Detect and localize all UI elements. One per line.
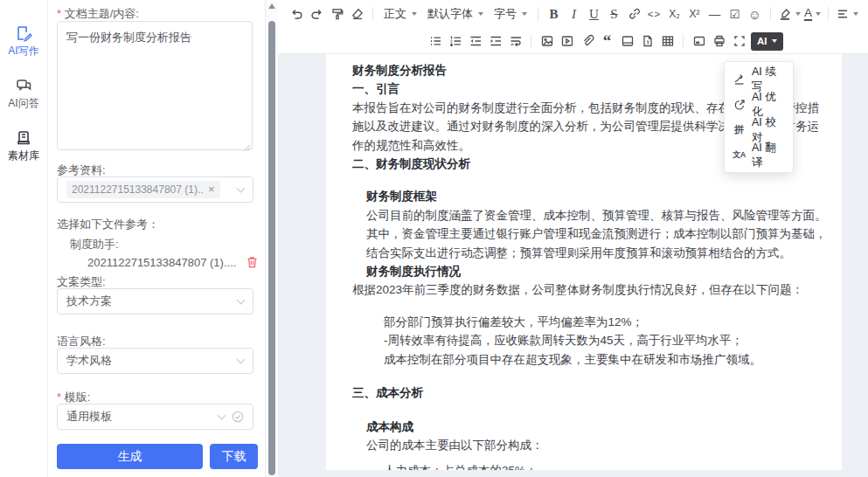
font-size-select[interactable]: 字号: [489, 3, 532, 24]
file-reference-label: 选择如下文件参考：: [57, 217, 159, 232]
underline-icon[interactable]: U: [584, 3, 604, 24]
ai-qa-icon: [15, 77, 32, 94]
table-icon[interactable]: [657, 31, 677, 52]
paragraph-style-select[interactable]: 正文: [378, 3, 422, 24]
ai-dropdown-button[interactable]: AI: [751, 32, 783, 51]
outdent-icon[interactable]: [465, 31, 485, 52]
strikethrough-icon[interactable]: S: [604, 3, 624, 24]
menu-item-ai-optimize[interactable]: AI 优化: [725, 92, 793, 117]
language-style-value: 学术风格: [66, 353, 238, 369]
doc-type-value: 技术方案: [66, 294, 238, 309]
divider: [828, 7, 829, 21]
doc-line: 公司目前的制度涵盖了资金管理、成本控制、预算管理、核算与报告、风险管理等方面。: [352, 206, 819, 225]
template-value: 通用模板: [66, 409, 219, 425]
doc-list-item: -周转效率有待提高，应收账款周转天数为45天，高于行业平均水平；: [352, 331, 819, 349]
attachment-icon[interactable]: [577, 31, 597, 52]
link-icon[interactable]: [624, 3, 644, 24]
sidebar-item-material-library[interactable]: 素材库: [0, 129, 47, 163]
undo-icon[interactable]: [287, 3, 307, 24]
scroll-up-arrow-icon[interactable]: [268, 3, 275, 9]
ordered-list-icon[interactable]: [445, 31, 465, 52]
doc-list-item: 部分部门预算执行偏差较大，平均偏差率为12%；: [352, 313, 819, 331]
sidebar-item-label: 素材库: [0, 149, 47, 163]
print-icon[interactable]: [709, 31, 729, 52]
sidebar-item-ai-writing[interactable]: AI写作: [0, 24, 47, 59]
topic-label: 文档主题/内容:: [57, 6, 139, 22]
doc-type-select[interactable]: 技术方案: [57, 288, 253, 315]
ai-button-label: AI: [757, 36, 767, 46]
italic-icon[interactable]: I: [564, 3, 584, 24]
embed-icon[interactable]: [689, 31, 709, 52]
subscript-icon[interactable]: X₂: [664, 3, 684, 24]
divider: [372, 7, 373, 21]
divider: [538, 7, 538, 21]
eraser-icon[interactable]: [347, 3, 367, 24]
template-select[interactable]: 通用模板: [57, 404, 253, 430]
align-icon[interactable]: [834, 3, 860, 24]
ai-continue-icon: [733, 73, 746, 86]
superscript-icon[interactable]: X²: [684, 3, 705, 24]
download-button[interactable]: 下载: [210, 444, 258, 469]
menu-item-ai-translate[interactable]: 文A AI 翻译: [725, 142, 793, 168]
caret-down-icon: [522, 12, 527, 16]
topic-textarea[interactable]: 写一份财务制度分析报告: [57, 21, 253, 150]
ai-optimize-icon: [733, 98, 746, 111]
inline-code-icon[interactable]: <>: [644, 3, 664, 24]
divider: [531, 34, 531, 48]
paragraph-style-value: 正文: [384, 6, 406, 22]
generation-form-panel: 文档主题/内容: 写一份财务制度分析报告 参考资料: 2021122715133…: [48, 0, 265, 477]
doc-line: 公司的成本主要由以下部分构成：: [352, 436, 819, 454]
text-wrap-icon[interactable]: [505, 31, 525, 52]
toolbar-row-1: 正文 默认字体 字号 B I U S <> X₂ X² — ☑: [278, 0, 868, 28]
redo-icon[interactable]: [307, 3, 327, 24]
delete-file-icon[interactable]: [246, 255, 259, 269]
indent-icon[interactable]: [485, 31, 505, 52]
emoji-icon[interactable]: ☺: [745, 3, 765, 24]
caret-down-icon: [412, 12, 417, 16]
left-nav-rail: AI写作 AI问答 素材库: [0, 0, 48, 477]
reference-select[interactable]: 2021122715133847807 (1).... ×: [57, 176, 253, 203]
sidebar-item-label: AI问答: [0, 96, 47, 111]
tag-close-icon[interactable]: ×: [208, 185, 215, 194]
format-painter-icon[interactable]: [327, 3, 347, 24]
font-family-select[interactable]: 默认字体: [422, 3, 489, 24]
bold-icon[interactable]: B: [544, 3, 564, 24]
page-break-icon[interactable]: [637, 31, 657, 52]
font-family-value: 默认字体: [427, 6, 473, 22]
ai-dropdown-menu: AI 续写 AI 优化 拼 AI 校对 文A AI 翻译: [724, 61, 794, 173]
menu-item-ai-proofread[interactable]: 拼 AI 校对: [725, 117, 793, 142]
language-style-select[interactable]: 学术风格: [57, 348, 253, 374]
sidebar-item-label: AI写作: [0, 44, 47, 59]
sidebar-item-ai-qa[interactable]: AI问答: [0, 77, 47, 111]
generate-button[interactable]: 生成: [57, 444, 203, 469]
font-size-value: 字号: [494, 6, 517, 22]
doc-subheading: 成本构成: [352, 418, 819, 436]
menu-item-ai-continue[interactable]: AI 续写: [725, 66, 793, 92]
font-color-letter: A: [804, 7, 812, 21]
horizontal-rule-icon[interactable]: —: [705, 3, 725, 24]
check-circle-icon: [232, 411, 244, 423]
form-scrollbar[interactable]: [265, 0, 278, 477]
scrollbar-thumb[interactable]: [268, 21, 275, 475]
assistant-label: 制度助手:: [70, 237, 119, 252]
highlight-color-icon[interactable]: [776, 3, 802, 24]
caret-down-icon: [853, 12, 858, 16]
bullet-list-icon[interactable]: [425, 31, 445, 52]
code-block-icon[interactable]: [617, 31, 637, 52]
doc-line: 根据2023年前三季度的财务数据，公司整体财务制度执行情况良好，但存在以下问题：: [352, 280, 819, 299]
fullscreen-icon[interactable]: [729, 31, 749, 52]
chevron-down-icon: [237, 295, 246, 304]
blockquote-icon[interactable]: “: [597, 31, 617, 52]
material-library-icon: [15, 129, 32, 147]
chevron-down-icon: [218, 411, 226, 419]
ai-writing-icon: [15, 24, 32, 42]
toolbar-row-2: “: [278, 28, 868, 54]
caret-down-icon: [795, 12, 801, 16]
image-icon[interactable]: [537, 31, 557, 52]
todo-checkbox-icon[interactable]: ☑: [725, 3, 745, 24]
video-icon[interactable]: [557, 31, 577, 52]
ai-translate-icon: 文A: [733, 149, 746, 162]
caret-down-icon: [772, 39, 777, 43]
caret-down-icon: [816, 12, 821, 16]
font-color-icon[interactable]: A: [802, 3, 823, 24]
